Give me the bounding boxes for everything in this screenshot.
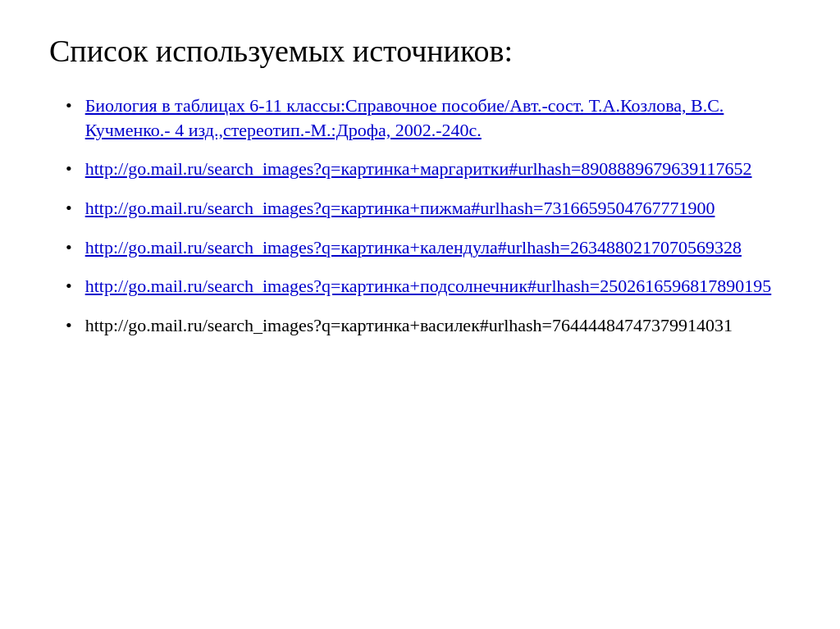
list-item: http://go.mail.ru/search_images?q=картин… — [66, 157, 791, 181]
list-item: Биология в таблицах 6-11 классы:Справочн… — [66, 93, 791, 142]
page-title: Список используемых источников: — [49, 33, 791, 69]
source-link-3[interactable]: http://go.mail.ru/search_images?q=картин… — [85, 235, 742, 260]
source-link-2[interactable]: http://go.mail.ru/search_images?q=картин… — [85, 196, 715, 221]
sources-list: Биология в таблицах 6-11 классы:Справочн… — [66, 93, 791, 338]
source-link-1[interactable]: http://go.mail.ru/search_images?q=картин… — [85, 157, 752, 181]
list-item: http://go.mail.ru/search_images?q=картин… — [66, 196, 791, 221]
source-link-4[interactable]: http://go.mail.ru/search_images?q=картин… — [85, 274, 772, 299]
list-item: http://go.mail.ru/search_images?q=картин… — [66, 313, 791, 338]
source-link-0[interactable]: Биология в таблицах 6-11 классы:Справочн… — [85, 93, 791, 142]
list-item: http://go.mail.ru/search_images?q=картин… — [66, 235, 791, 260]
list-item: http://go.mail.ru/search_images?q=картин… — [66, 274, 791, 299]
source-text-5: http://go.mail.ru/search_images?q=картин… — [85, 313, 733, 338]
